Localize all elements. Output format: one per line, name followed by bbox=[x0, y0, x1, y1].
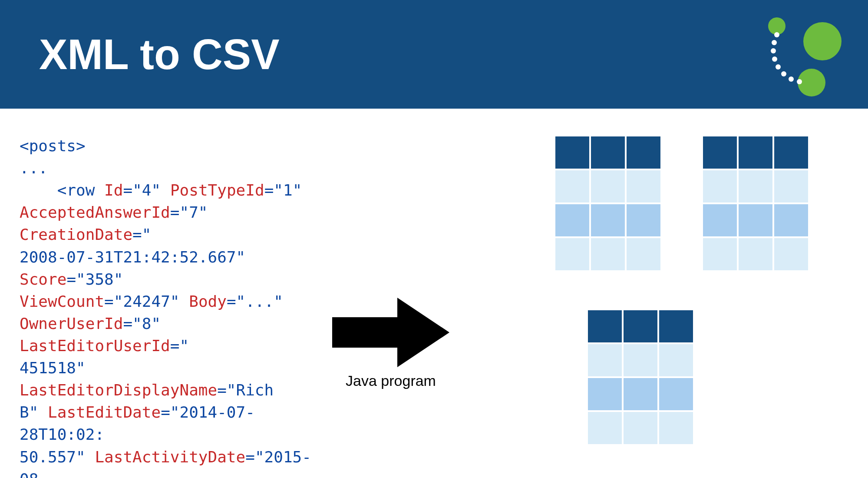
arrow-section: Java program bbox=[332, 209, 449, 478]
neo4j-logo-icon bbox=[755, 11, 842, 98]
table-cell bbox=[590, 169, 626, 203]
table-row bbox=[587, 377, 694, 411]
attr-lasteditordisplayname: LastEditorDisplayName bbox=[20, 381, 217, 399]
svg-point-3 bbox=[774, 32, 779, 37]
svg-point-10 bbox=[797, 79, 802, 84]
attr-score: Score bbox=[20, 270, 66, 288]
table-cell bbox=[590, 237, 626, 271]
table-cell bbox=[554, 169, 590, 203]
csv-tables-section bbox=[475, 135, 851, 478]
table-cell bbox=[623, 411, 658, 445]
xml-tag-row: <row bbox=[57, 181, 95, 199]
csv-table-1 bbox=[554, 135, 662, 272]
table-cell bbox=[623, 377, 658, 411]
xml-tag-posts: <posts> bbox=[20, 137, 86, 155]
attr-viewcount: ViewCount bbox=[20, 292, 104, 310]
table-cell bbox=[590, 203, 626, 237]
table-cell bbox=[773, 237, 809, 271]
table-row bbox=[702, 237, 809, 271]
table-cell bbox=[658, 343, 694, 377]
table-cell bbox=[738, 203, 773, 237]
table-cell bbox=[626, 136, 661, 169]
svg-point-6 bbox=[772, 56, 777, 62]
table-cell bbox=[702, 237, 738, 271]
slide-header: XML to CSV bbox=[0, 0, 868, 109]
table-cell bbox=[702, 169, 738, 203]
slide-title: XML to CSV bbox=[39, 30, 280, 79]
xml-ellipsis: ... bbox=[20, 159, 48, 177]
table-cell bbox=[702, 136, 738, 169]
table-cell bbox=[658, 309, 694, 343]
table-row bbox=[554, 203, 661, 237]
svg-point-9 bbox=[789, 76, 794, 82]
slide-content: <posts> ... <row Id="4" PostTypeId="1" A… bbox=[0, 109, 868, 478]
xml-code-block: <posts> ... <row Id="4" PostTypeId="1" A… bbox=[20, 135, 315, 478]
attr-id: Id bbox=[104, 181, 123, 199]
table-row bbox=[702, 203, 809, 237]
table-cell bbox=[587, 343, 623, 377]
table-cell bbox=[554, 136, 590, 169]
table-cell bbox=[773, 169, 809, 203]
attr-owneruserid: OwnerUserId bbox=[20, 315, 123, 332]
table-cell bbox=[587, 309, 623, 343]
csv-table-3 bbox=[586, 309, 695, 446]
attr-lasteditoruserid: LastEditorUserId bbox=[20, 337, 170, 355]
table-cell bbox=[773, 203, 809, 237]
attr-lasteditdate: LastEditDate bbox=[48, 403, 161, 421]
table-cell bbox=[658, 377, 694, 411]
table-cell bbox=[623, 343, 658, 377]
table-cell bbox=[626, 237, 661, 271]
table-cell bbox=[738, 169, 773, 203]
table-cell bbox=[702, 203, 738, 237]
arrow-right-icon bbox=[332, 298, 449, 367]
table-cell bbox=[626, 169, 661, 203]
table-row bbox=[554, 136, 661, 169]
arrow-label: Java program bbox=[346, 372, 436, 389]
svg-point-8 bbox=[781, 71, 786, 76]
table-row bbox=[587, 309, 694, 343]
table-row bbox=[702, 169, 809, 203]
csv-table-2 bbox=[701, 135, 810, 272]
attr-acceptedanswerid: AcceptedAnswerId bbox=[20, 203, 170, 221]
table-row bbox=[554, 237, 661, 271]
svg-point-4 bbox=[772, 40, 777, 45]
svg-marker-11 bbox=[332, 298, 449, 367]
table-row bbox=[702, 136, 809, 169]
table-row bbox=[554, 169, 661, 203]
svg-point-5 bbox=[771, 48, 776, 53]
attr-posttypeid: PostTypeId bbox=[170, 181, 264, 199]
table-cell bbox=[658, 411, 694, 445]
table-cell bbox=[738, 237, 773, 271]
table-cell bbox=[626, 203, 661, 237]
table-row bbox=[587, 411, 694, 445]
table-cell bbox=[587, 411, 623, 445]
attr-body: Body bbox=[189, 292, 227, 310]
table-cell bbox=[587, 377, 623, 411]
table-row bbox=[587, 343, 694, 377]
table-cell bbox=[623, 309, 658, 343]
attr-lastactivitydate: LastActivityDate bbox=[95, 448, 245, 466]
table-cell bbox=[590, 136, 626, 169]
table-cell bbox=[554, 237, 590, 271]
table-cell bbox=[554, 203, 590, 237]
table-cell bbox=[738, 136, 773, 169]
attr-creationdate: CreationDate bbox=[20, 226, 132, 243]
svg-point-0 bbox=[803, 22, 842, 60]
table-cell bbox=[773, 136, 809, 169]
svg-point-7 bbox=[776, 64, 781, 70]
